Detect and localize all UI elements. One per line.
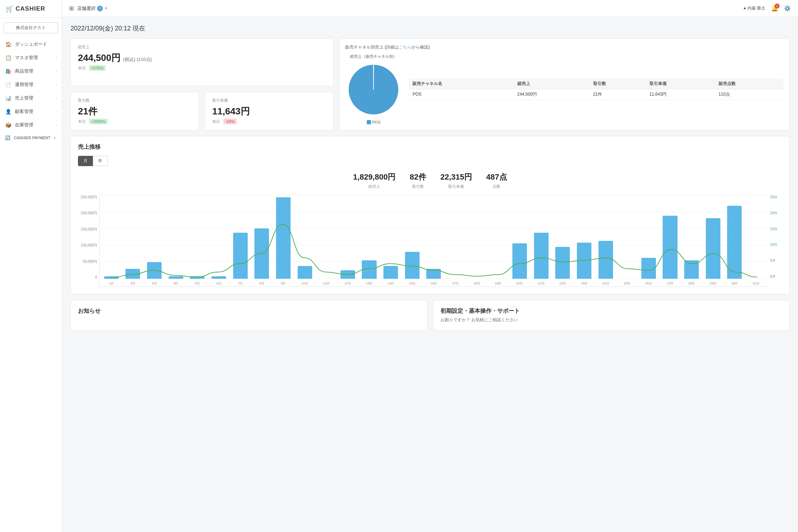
bar-group: 28日: [681, 195, 702, 279]
sidebar-item-operations[interactable]: 📄 運用管理 ›: [0, 78, 62, 91]
support-subtitle: お困りですか？ お気軽にご相談ください: [440, 317, 782, 323]
shopping-icon: 🛍️: [5, 68, 11, 74]
bar-group: 3日: [144, 195, 165, 279]
bar-group: 13日: [359, 195, 380, 279]
bar-x-label: 25日: [624, 281, 630, 286]
table-cell: POS: [409, 89, 513, 100]
bar: [426, 269, 441, 279]
tab-year[interactable]: 年: [93, 156, 108, 166]
txn-label: 取引数: [78, 98, 192, 103]
sidebar-item-cashier-payment[interactable]: 🔄 CASHIER PAYMENT ›: [0, 132, 62, 144]
header-right: ● 内藤 勝太 🔔 2 ⚙️: [743, 5, 791, 12]
chart-inner: 1日2日3日4日5日6日7日8日9日10日11日12日13日14日15日16日1…: [99, 195, 768, 287]
bar-group: 24日: [595, 195, 616, 279]
bar: [169, 276, 183, 279]
pie-table-header: 取引数: [590, 79, 646, 89]
grid-icon[interactable]: ⊞: [69, 5, 74, 12]
sidebar-item-inventory[interactable]: 📦 在庫管理 ›: [0, 118, 62, 132]
table-cell: 11,643円: [646, 89, 715, 100]
sidebar-item-label: マスタ管理: [15, 55, 52, 61]
sum-points-label: 点数: [486, 184, 507, 189]
pie-table-header: 総売上: [514, 79, 590, 89]
pie-chart-wrap: 総売上（販売チャネル別） POS: [345, 54, 402, 124]
bar-group: 10日: [294, 195, 315, 279]
bar-x-label: 10日: [302, 281, 308, 286]
bar-x-label: 17日: [452, 281, 459, 286]
sidebar-item-label: ダッシュボード: [15, 41, 57, 47]
user-info: ● 内藤 勝太: [743, 5, 765, 11]
bar: [104, 276, 119, 279]
sum-points: 487点 点数: [486, 172, 507, 189]
sum-total-label: 総売上: [353, 184, 395, 189]
sum-avg: 22,315円 取引単価: [440, 172, 472, 189]
bar: [254, 228, 269, 279]
y-axis-label: 0件: [770, 274, 776, 279]
content-area: 2022/12/09(金) 20:12 現在 総売上 244,500円 (税込)…: [62, 17, 798, 532]
sum-avg-label: 取引単価: [440, 184, 472, 189]
sidebar-item-dashboard[interactable]: 🏠 ダッシュボード: [0, 38, 62, 51]
sum-total-value: 1,829,800円: [353, 172, 395, 182]
sum-txn: 82件 取引数: [410, 172, 426, 189]
bar-group: 30日: [724, 195, 745, 279]
settings-icon[interactable]: ⚙️: [784, 5, 791, 12]
bar-group: 4日: [165, 195, 186, 279]
sum-points-value: 487点: [486, 172, 507, 182]
y-axis-label: 200,000円: [81, 211, 97, 216]
bar-group: 19日: [488, 195, 509, 279]
bar-x-label: 1日: [109, 281, 114, 286]
bar-x-label: 28日: [688, 281, 695, 286]
pie-link[interactable]: こちら: [399, 45, 411, 50]
chevron-down-icon: ▼: [104, 6, 108, 10]
sidebar-item-label: 顧客管理: [15, 108, 52, 115]
bar-x-label: 21日: [538, 281, 545, 286]
y-axis-label: 50,000円: [83, 259, 97, 264]
txn-today: 本日 +2000%: [78, 119, 192, 124]
store-select[interactable]: 店舗選択 3 ▼: [77, 5, 108, 12]
notification-icon[interactable]: 🔔 2: [771, 5, 778, 12]
bar-group: 8日: [251, 195, 272, 279]
company-button[interactable]: 株式会社テスト: [4, 22, 58, 33]
person-icon: 👤: [5, 109, 11, 114]
bar-group: 5日: [187, 195, 208, 279]
bar-x-label: 2日: [130, 281, 135, 286]
avg-label: 取引単価: [212, 98, 326, 103]
sidebar-item-sales[interactable]: 📊 売上管理 ›: [0, 91, 62, 105]
table-cell: 110点: [715, 89, 783, 100]
chart-area: 250,000円200,000円150,000円100,000円50,000円0…: [78, 195, 782, 287]
total-sales-card: 総売上 244,500円 (税込) (110点) 本日 +676%: [71, 38, 333, 86]
sidebar-item-label: 在庫管理: [15, 122, 52, 128]
cart-icon: 🛒: [6, 5, 13, 13]
bar: [534, 233, 549, 279]
y-axis-label: 150,000円: [81, 227, 97, 232]
avg-value: 11,643円: [212, 105, 326, 118]
pie-chart-label: 総売上（販売チャネル別）: [350, 54, 397, 59]
bar-x-label: 3日: [152, 281, 157, 286]
tab-month[interactable]: 月: [78, 156, 93, 166]
payment-icon: 🔄: [5, 135, 10, 140]
bar: [706, 218, 720, 279]
left-cards: 総売上 244,500円 (税込) (110点) 本日 +676%: [71, 38, 333, 130]
bar-group: 6日: [208, 195, 229, 279]
transactions-card: 取引数 21件 本日 +2000%: [71, 92, 199, 130]
bar-x-label: 18日: [473, 281, 480, 286]
bar: [598, 241, 613, 279]
pie-header: 販売チャネル別売上 (詳細はこちらから確認): [345, 44, 783, 50]
sum-total-sales: 1,829,800円 総売上: [353, 172, 395, 189]
sum-txn-value: 82件: [410, 172, 426, 182]
bar: [276, 197, 291, 279]
sidebar-item-master[interactable]: 📋 マスタ管理 ›: [0, 51, 62, 64]
total-sales-suffix: (税込) (110点): [123, 57, 152, 62]
chevron-right-icon: ›: [56, 123, 57, 127]
doc-icon: 📄: [5, 82, 11, 87]
bar-group: 11日: [316, 195, 337, 279]
bar-group: 23日: [574, 195, 595, 279]
sidebar-item-products[interactable]: 🛍️ 商品管理 ›: [0, 64, 62, 78]
sidebar-item-label: CASHIER PAYMENT: [14, 136, 51, 140]
sidebar-item-customers[interactable]: 👤 顧客管理 ›: [0, 105, 62, 118]
pie-card: 販売チャネル別売上 (詳細はこちらから確認) 総売上（販売チャネル別） POS: [339, 38, 789, 130]
datetime-display: 2022/12/09(金) 20:12 現在: [71, 24, 789, 33]
chevron-right-icon: ›: [56, 96, 57, 100]
bar-group: 14日: [380, 195, 401, 279]
bar: [190, 276, 204, 279]
pie-table-header: 販売チャネル名: [409, 79, 513, 89]
